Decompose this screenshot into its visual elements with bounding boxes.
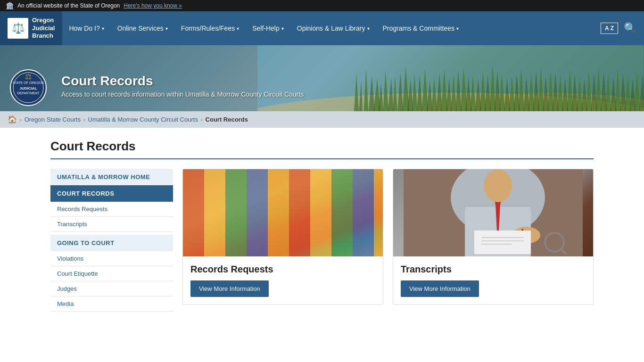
breadcrumb-current: Court Records: [206, 116, 248, 123]
nav-item-opinions[interactable]: Opinions & Law Library ▾: [290, 11, 376, 45]
hero-title: Court Records: [61, 74, 304, 89]
nav-item-forms[interactable]: Forms/Rules/Fees ▾: [174, 11, 246, 45]
sidebar-active-court-records[interactable]: COURT RECORDS: [50, 185, 173, 202]
logo-text: Oregon Judicial Branch: [32, 16, 55, 41]
folders-image: [183, 169, 383, 256]
oregon-seal: JUDICIAL DEPARTMENT STATE OF OREGON ⚖: [9, 69, 47, 107]
chevron-down-icon: ▾: [456, 26, 459, 31]
main-content: Court Records UMATILLA & MORROW HOME COU…: [39, 128, 605, 323]
breadcrumb-link-county-courts[interactable]: Umatilla & Morrow County Circuit Courts: [88, 116, 198, 123]
content-layout: UMATILLA & MORROW HOME COURT RECORDS Rec…: [50, 169, 594, 312]
card-records-requests: Records Requests View More Information: [182, 169, 383, 305]
sidebar-link-records-requests[interactable]: Records Requests: [50, 202, 173, 217]
hero-banner: JUDICIAL DEPARTMENT STATE OF OREGON ⚖ Co…: [0, 45, 644, 111]
transcripts-view-more-button[interactable]: View More Information: [401, 280, 479, 297]
card-body-records-requests: Records Requests View More Information: [183, 256, 383, 304]
page-title: Court Records: [50, 139, 594, 159]
chevron-down-icon: ▾: [102, 26, 104, 31]
nav-item-self-help[interactable]: Self-Help ▾: [246, 11, 290, 45]
sidebar-section-umatilla-home[interactable]: UMATILLA & MORROW HOME: [50, 169, 173, 185]
sidebar-link-transcripts[interactable]: Transcripts: [50, 217, 173, 232]
breadcrumb-sep: ›: [20, 117, 22, 123]
svg-point-74: [484, 169, 512, 202]
svg-text:STATE OF OREGON: STATE OF OREGON: [13, 81, 44, 84]
card-image-transcripts: [393, 169, 593, 256]
card-transcripts: Transcripts View More Information: [393, 169, 594, 305]
heres-how-link[interactable]: Here's how you know »: [124, 2, 182, 9]
cards-grid: Records Requests View More Information: [182, 169, 594, 312]
breadcrumb-sep: ›: [201, 117, 203, 123]
card-image-records-requests: [183, 169, 383, 256]
flag-icon: 🏛️: [6, 2, 14, 9]
search-button[interactable]: 🔍: [620, 20, 640, 36]
svg-text:⚖: ⚖: [25, 73, 32, 81]
home-icon[interactable]: 🏠: [8, 115, 17, 124]
chevron-down-icon: ▾: [165, 26, 168, 31]
top-bar: 🏛️ An official website of the State of O…: [0, 0, 644, 11]
chevron-down-icon: ▾: [367, 26, 370, 31]
breadcrumb: 🏠 › Oregon State Courts › Umatilla & Mor…: [0, 111, 644, 128]
sidebar-link-violations[interactable]: Violations: [50, 251, 173, 266]
sidebar-link-judges[interactable]: Judges: [50, 281, 173, 296]
hero-grass-decoration: [257, 45, 644, 111]
nav-right: A Z 🔍: [597, 11, 644, 45]
card-body-transcripts: Transcripts View More Information: [393, 256, 593, 304]
sidebar-link-court-etiquette[interactable]: Court Etiquette: [50, 266, 173, 281]
nav-item-programs[interactable]: Programs & Committees ▾: [376, 11, 465, 45]
records-requests-view-more-button[interactable]: View More Information: [190, 280, 269, 297]
signing-image: [393, 169, 593, 256]
sidebar-link-media[interactable]: Media: [50, 296, 173, 312]
svg-text:JUDICIAL: JUDICIAL: [20, 86, 37, 90]
sidebar: UMATILLA & MORROW HOME COURT RECORDS Rec…: [50, 169, 173, 312]
card-title-transcripts: Transcripts: [401, 264, 586, 275]
translate-button[interactable]: A Z: [601, 23, 618, 34]
nav-item-how-do-i[interactable]: How Do I? ▾: [62, 11, 110, 45]
hero-subtitle: Access to court records information with…: [61, 90, 304, 98]
card-title-records-requests: Records Requests: [190, 264, 375, 275]
nav-items: How Do I? ▾ Online Services ▾ Forms/Rule…: [62, 11, 597, 45]
hero-content: Court Records Access to court records in…: [61, 74, 304, 98]
chevron-down-icon: ▾: [237, 26, 239, 31]
logo-icon: ⚖️: [8, 18, 28, 39]
svg-rect-77: [474, 230, 531, 254]
svg-text:DEPARTMENT: DEPARTMENT: [17, 91, 40, 95]
official-text: An official website of the State of Oreg…: [17, 2, 120, 9]
main-nav: ⚖️ Oregon Judicial Branch How Do I? ▾ On…: [0, 11, 644, 45]
nav-item-online-services[interactable]: Online Services ▾: [111, 11, 174, 45]
chevron-down-icon: ▾: [281, 26, 284, 31]
nav-logo[interactable]: ⚖️ Oregon Judicial Branch: [0, 11, 62, 45]
breadcrumb-link-state-courts[interactable]: Oregon State Courts: [25, 116, 81, 123]
breadcrumb-sep: ›: [83, 117, 85, 123]
sidebar-section-going-to-court[interactable]: GOING TO COURT: [50, 235, 173, 251]
